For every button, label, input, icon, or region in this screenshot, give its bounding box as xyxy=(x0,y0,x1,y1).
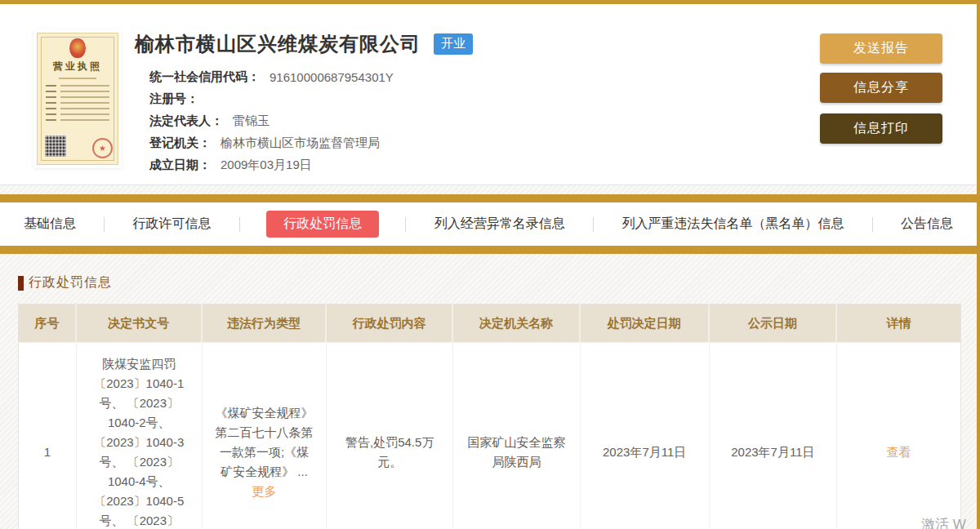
tab-separator xyxy=(104,217,105,232)
section-title: 行政处罚信息 xyxy=(18,274,112,291)
red-seal-icon: ★ xyxy=(92,138,113,158)
field-registration-no: 注册号： xyxy=(149,88,473,110)
status-badge: 开业 xyxy=(434,33,473,55)
right-gold-border xyxy=(977,0,980,529)
tabbar-gold-border-bottom xyxy=(0,246,977,254)
tab-admin-license[interactable]: 行政许可信息 xyxy=(131,211,213,238)
company-name: 榆林市横山区兴维煤炭有限公司 xyxy=(135,31,421,57)
field-value: 榆林市横山区市场监督管理局 xyxy=(220,136,380,151)
license-subtitle-line xyxy=(59,78,96,79)
tab-announcements[interactable]: 公告信息 xyxy=(899,211,955,238)
cell-doc-no: 陕煤安监四罚〔2023〕1040-1号、 〔2023〕1040-2号、 〔202… xyxy=(77,342,203,529)
table-row: 1 陕煤安监四罚〔2023〕1040-1号、 〔2023〕1040-2号、 〔2… xyxy=(19,342,960,529)
table-header-cell: 行政处罚内容 xyxy=(327,305,453,342)
section-marker-bar xyxy=(18,276,24,291)
tab-separator xyxy=(872,217,873,232)
field-value: 91610000687954301Y xyxy=(270,70,394,84)
field-label: 注册号： xyxy=(149,91,198,107)
field-legal-representative: 法定代表人： 雷锦玉 xyxy=(149,110,473,132)
view-detail-link[interactable]: 查看 xyxy=(887,442,911,462)
table-header-cell: 违法行为类型 xyxy=(203,305,327,342)
field-value: 雷锦玉 xyxy=(233,113,270,129)
tab-abnormal-operations[interactable]: 列入经营异常名录信息 xyxy=(433,211,567,238)
activate-watermark: 激活 W xyxy=(921,515,966,529)
field-label: 统一社会信用代码： xyxy=(149,69,260,85)
field-label: 登记机关： xyxy=(149,136,211,151)
field-credit-code: 统一社会信用代码： 91610000687954301Y xyxy=(149,66,473,88)
field-label: 成立日期： xyxy=(149,158,211,173)
table-header-row: 序号 决定书文号 违法行为类型 行政处罚内容 决定机关名称 处罚决定日期 公示日… xyxy=(19,305,960,342)
company-info-block: 榆林市横山区兴维煤炭有限公司 开业 统一社会信用代码： 916100006879… xyxy=(135,31,473,176)
info-print-button[interactable]: 信息打印 xyxy=(820,113,942,144)
cell-detail: 查看 xyxy=(837,342,960,529)
tab-serious-violations-blacklist[interactable]: 列入严重违法失信名单（黑名单）信息 xyxy=(620,211,845,238)
cell-decision-date: 2023年7月11日 xyxy=(581,342,710,529)
tab-admin-penalty[interactable]: 行政处罚信息 xyxy=(266,211,379,238)
company-header-card: 营业执照 ★ 榆林市横山区兴维煤炭有限公司 开业 统一社会信用代码： 91610… xyxy=(0,4,977,185)
field-value: 2009年03月19日 xyxy=(220,158,312,173)
table-header-cell: 决定书文号 xyxy=(77,305,203,342)
national-emblem-icon xyxy=(69,38,86,58)
header-action-buttons: 发送报告 信息分享 信息打印 xyxy=(820,33,942,144)
table-header-cell: 详情 xyxy=(837,305,960,342)
cell-publish-date: 2023年7月11日 xyxy=(710,342,838,529)
tabbar-gold-border-top xyxy=(0,194,977,202)
license-title: 营业执照 xyxy=(38,60,118,73)
cell-authority: 国家矿山安全监察局陕西局 xyxy=(453,342,581,529)
field-label: 法定代表人： xyxy=(149,113,223,129)
business-license-image: 营业执照 ★ xyxy=(37,33,118,165)
cell-violation-type: 《煤矿安全规程》第二百七十八条第一款第一项;《煤矿安全规程》 ... 更多 xyxy=(203,342,327,529)
table-header-cell: 公示日期 xyxy=(710,305,838,342)
tab-separator xyxy=(593,217,594,232)
top-gold-border xyxy=(0,0,980,4)
tab-separator xyxy=(405,217,406,232)
tab-separator xyxy=(239,217,240,232)
field-registration-authority: 登记机关： 榆林市横山区市场监督管理局 xyxy=(149,132,473,154)
penalty-table: 序号 决定书文号 违法行为类型 行政处罚内容 决定机关名称 处罚决定日期 公示日… xyxy=(18,304,961,529)
table-header-cell: 序号 xyxy=(19,305,77,342)
table-header-cell: 处罚决定日期 xyxy=(581,305,710,342)
cell-penalty-content: 警告,处罚54.5万元。 xyxy=(327,342,453,529)
cell-seq: 1 xyxy=(19,342,77,529)
more-link[interactable]: 更多 xyxy=(252,484,276,498)
section-title-text: 行政处罚信息 xyxy=(29,274,112,291)
tab-navigation: 基础信息 行政许可信息 行政处罚信息 列入经营异常名录信息 列入严重违法失信名单… xyxy=(0,202,977,246)
license-text-lines xyxy=(38,85,118,121)
info-share-button[interactable]: 信息分享 xyxy=(820,73,942,103)
tab-basic-info[interactable]: 基础信息 xyxy=(22,211,78,238)
send-report-button[interactable]: 发送报告 xyxy=(820,33,942,64)
qr-code-icon xyxy=(45,136,66,157)
field-establish-date: 成立日期： 2009年03月19日 xyxy=(149,154,473,176)
table-header-cell: 决定机关名称 xyxy=(453,305,581,342)
